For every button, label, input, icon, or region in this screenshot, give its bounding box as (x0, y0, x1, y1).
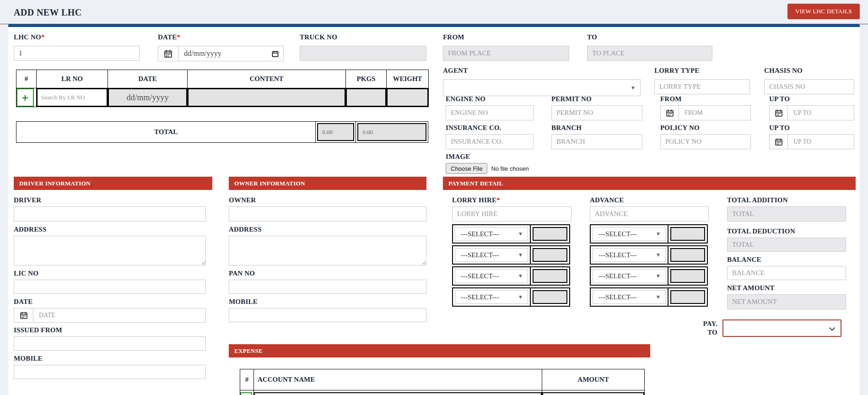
agent-select[interactable]: ▼ (443, 79, 641, 96)
total-addition-input (727, 206, 846, 222)
addition-amount-1 (533, 227, 567, 241)
permit-no-input[interactable] (551, 105, 642, 120)
deduction-select-2[interactable]: ---SELECT---▼ (593, 248, 666, 262)
caret-down-icon: ▼ (657, 295, 660, 299)
advance-field: ADVANCE (590, 196, 709, 222)
driver-address-textarea[interactable] (14, 236, 206, 265)
lhc-no-field: LHC NO* (14, 33, 140, 61)
owner-mobile-input[interactable] (229, 308, 426, 322)
lr-col-content: CONTENT (188, 70, 346, 88)
addition-select-2[interactable]: ---SELECT---▼ (455, 248, 528, 262)
total-pkgs-value: 0.00 (317, 123, 354, 141)
lr-pkgs-input (346, 88, 386, 107)
deduction-row-2: ---SELECT---▼ (590, 245, 708, 265)
add-new-lhc-page: ADD NEW LHC VIEW LHC DETAILS LHC NO* DAT… (0, 0, 868, 395)
deduction-select-4[interactable]: ---SELECT---▼ (593, 290, 666, 304)
deduction-amount-2 (670, 248, 705, 262)
add-expense-row-button[interactable]: + (240, 392, 252, 395)
pay-to-select[interactable] (722, 319, 841, 337)
owner-address-field: ADDRESS (229, 226, 426, 267)
branch-input[interactable] (551, 134, 642, 149)
lhc-no-input[interactable] (14, 46, 140, 61)
add-lr-row-button[interactable]: + (16, 88, 34, 107)
addition-select-table: ---SELECT---▼ ---SELECT---▼ ---SELECT---… (452, 224, 570, 308)
total-deduction-input (727, 238, 846, 252)
deduction-row-4: ---SELECT---▼ (590, 287, 708, 307)
lic-no-input[interactable] (14, 280, 206, 294)
pan-no-label: PAN NO (229, 270, 426, 278)
balance-input[interactable] (727, 266, 846, 280)
addition-row-1: ---SELECT---▼ (452, 224, 570, 243)
permit-upto-field: UP TO UP TO (769, 95, 854, 120)
insurance-co-label: INSURANCE CO. (446, 124, 534, 132)
lhc-date-input[interactable]: dd/mm/yyyy (158, 46, 284, 61)
permit-upto-input[interactable]: UP TO (769, 105, 854, 120)
to-place-input (587, 46, 712, 61)
driver-mobile-input[interactable] (14, 365, 206, 379)
owner-address-textarea[interactable] (229, 236, 426, 265)
driver-name-input[interactable] (14, 206, 206, 222)
file-status-text: No file chosen (491, 165, 528, 172)
pan-no-field: PAN NO (229, 270, 426, 294)
calendar-icon (14, 308, 33, 322)
addition-row-2: ---SELECT---▼ (452, 245, 570, 265)
lr-col-hash: # (16, 70, 37, 88)
lic-no-label: LIC NO (14, 270, 206, 278)
owner-address-label: ADDRESS (229, 226, 426, 234)
addition-select-3[interactable]: ---SELECT---▼ (455, 269, 528, 283)
from-label: FROM (443, 33, 569, 42)
insurance-co-input[interactable] (446, 134, 534, 149)
chasis-no-input[interactable] (764, 79, 854, 94)
total-addition-field: TOTAL ADDITION (727, 196, 846, 222)
view-lhc-details-button[interactable]: VIEW LHC DETAILS (787, 4, 860, 19)
deduction-select-3[interactable]: ---SELECT---▼ (593, 269, 666, 283)
policy-upto-input[interactable]: UP TO (769, 134, 854, 149)
lorry-hire-label: LORRY HIRE* (452, 196, 571, 205)
to-place-field: TO (587, 33, 712, 61)
truck-no-field: TRUCK NO (300, 33, 426, 61)
driver-label: DRIVER (14, 196, 206, 205)
driver-address-label: ADDRESS (14, 226, 206, 234)
lorry-type-input[interactable] (654, 79, 750, 94)
balance-label: BALANCE (727, 256, 846, 264)
lr-date-input: dd/mm/yyyy (108, 88, 187, 107)
permit-from-input[interactable]: FROM (660, 105, 751, 120)
caret-down-icon: ▼ (631, 86, 635, 90)
truck-no-label: TRUCK NO (300, 33, 426, 42)
agent-label: AGENT (443, 67, 641, 75)
chevron-down-icon (829, 325, 835, 331)
date-picker-icon[interactable] (272, 50, 279, 57)
image-field: IMAGE Choose File No file chosen (446, 153, 529, 174)
permit-no-field: PERMIT NO (551, 95, 642, 120)
expense-account-input[interactable] (254, 392, 542, 395)
addition-row-3: ---SELECT---▼ (452, 266, 570, 286)
expense-col-hash: # (240, 369, 254, 390)
policy-no-input[interactable] (660, 134, 751, 149)
choose-file-button[interactable]: Choose File (446, 163, 487, 174)
addition-select-4[interactable]: ---SELECT---▼ (455, 290, 528, 304)
driver-date-input[interactable]: DATE (14, 308, 206, 323)
agent-field: AGENT ▼ (443, 67, 641, 96)
lr-col-lrno: LR NO (37, 70, 108, 88)
permit-no-label: PERMIT NO (551, 95, 642, 103)
addition-select-1[interactable]: ---SELECT---▼ (455, 227, 528, 241)
caret-down-icon: ▼ (519, 295, 522, 299)
lr-table: # LR NO DATE CONTENT PKGS WEIGHT + dd/mm… (16, 70, 429, 107)
image-label: IMAGE (446, 153, 529, 161)
advance-input[interactable] (590, 206, 709, 222)
issued-from-input[interactable] (14, 336, 206, 351)
net-amount-label: NET AMOUNT (727, 284, 846, 292)
caret-down-icon: ▼ (657, 232, 660, 236)
engine-no-input[interactable] (446, 105, 534, 120)
lorry-hire-input[interactable] (452, 206, 571, 222)
lr-no-search-input[interactable] (37, 88, 108, 107)
expense-amount-input[interactable] (542, 392, 644, 395)
pan-no-input[interactable] (229, 280, 426, 294)
owner-name-input[interactable] (229, 206, 426, 222)
policy-no-field: POLICY NO (660, 124, 751, 149)
deduction-select-1[interactable]: ---SELECT---▼ (593, 227, 666, 241)
lr-col-weight: WEIGHT (387, 70, 429, 88)
advance-label: ADVANCE (590, 196, 709, 205)
total-deduction-label: TOTAL DEDUCTION (727, 227, 846, 236)
lorry-type-label: LORRY TYPE (654, 67, 750, 75)
